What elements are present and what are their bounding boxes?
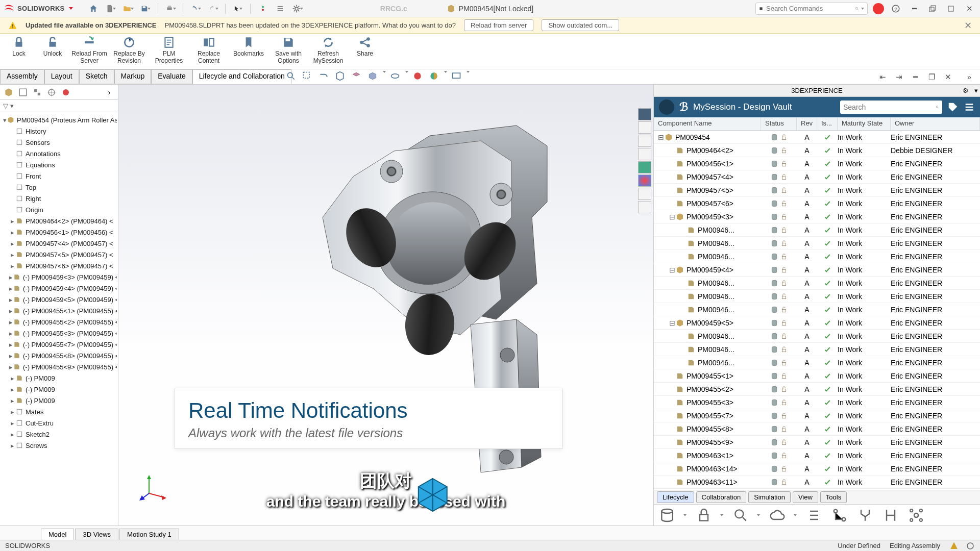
tree-node[interactable]: ▸Mates	[1, 406, 117, 417]
table-row[interactable]: PM009463<1> AIn WorkEric ENGINEER	[654, 449, 980, 462]
table-row[interactable]: PM00946... AIn WorkEric ENGINEER	[654, 223, 980, 237]
tree-node[interactable]: ▸(-) PM009	[1, 384, 117, 395]
table-row[interactable]: PM009463<14> AIn WorkEric ENGINEER	[654, 462, 980, 475]
options-button[interactable]	[290, 2, 305, 16]
tree-node[interactable]: Sensors	[1, 137, 117, 148]
merge-tool-icon[interactable]	[857, 507, 873, 523]
model-tab-3d-views[interactable]: 3D Views	[75, 529, 118, 540]
table-row[interactable]: ⊟PM009454 AIn WorkEric ENGINEER	[654, 131, 980, 144]
tab-evaluate[interactable]: Evaluate	[151, 69, 192, 84]
tab-lifecycle-and-collaboration[interactable]: Lifecycle and Collaboration	[192, 69, 291, 84]
tree-node[interactable]: Right	[1, 193, 117, 204]
tab-markup[interactable]: Markup	[114, 69, 152, 84]
tree-node[interactable]: ▸PM009457<4> (PM009457) <	[1, 238, 117, 249]
vp-tool-3[interactable]	[638, 135, 651, 147]
col-status[interactable]: Status	[761, 117, 797, 130]
maximize-button[interactable]	[944, 4, 958, 14]
tree-node[interactable]: ▸(-) PM009455<2> (PM009455) <<	[1, 316, 117, 328]
table-row[interactable]: PM009455<9> AIn WorkEric ENGINEER	[654, 436, 980, 449]
3dx-settings-button[interactable]: ⚙	[963, 87, 969, 94]
table-row[interactable]: PM009455<2> AIn WorkEric ENGINEER	[654, 383, 980, 396]
feature-tree[interactable]: ▾PM009454 (Proteus Arm Roller AssemblHis…	[0, 112, 118, 525]
vp-restore-button[interactable]: ❐	[925, 72, 938, 82]
vp-tool-4[interactable]	[638, 148, 651, 160]
table-row[interactable]: PM009456<1> AIn WorkEric ENGINEER	[654, 157, 980, 170]
app-logo[interactable]: SOLIDWORKS	[3, 3, 73, 15]
list-tool-icon[interactable]	[806, 507, 822, 523]
orientation-triad[interactable]	[139, 473, 167, 503]
tree-node[interactable]: ▸(-) PM009459<3> (PM009459) <	[1, 271, 117, 283]
print-button[interactable]	[163, 2, 178, 16]
close-button[interactable]: ✕	[963, 4, 976, 14]
col-maturity[interactable]: Maturity State	[838, 117, 891, 130]
unlock-button[interactable]: Unlock	[37, 36, 68, 57]
help-button[interactable]: ?	[889, 4, 902, 14]
col-owner[interactable]: Owner	[891, 117, 980, 130]
tree-node[interactable]: ▾PM009454 (Proteus Arm Roller Assembl	[1, 114, 117, 126]
tab-sketch[interactable]: Sketch	[79, 69, 114, 84]
table-row[interactable]: ⊟PM009459<4> AIn WorkEric ENGINEER	[654, 263, 980, 277]
vp-expand-left-button[interactable]: ⇤	[876, 72, 889, 82]
vp-minimize-button[interactable]: ━	[909, 72, 922, 82]
compass-icon[interactable]	[659, 99, 674, 115]
vp-tool-8[interactable]	[638, 201, 651, 213]
3dx-tab-view[interactable]: View	[793, 491, 818, 503]
tag-icon[interactable]	[947, 102, 959, 113]
plm-properties-button[interactable]: PLM Properties	[150, 36, 188, 64]
tree-node[interactable]: ▸PM009464<2> (PM009464) <	[1, 215, 117, 227]
hide-show-button[interactable]	[390, 71, 402, 83]
tree-tab-config[interactable]	[31, 86, 44, 99]
table-row[interactable]: PM00946... AIn WorkEric ENGINEER	[654, 356, 980, 369]
tree-node[interactable]: History	[1, 126, 117, 137]
display-style-button[interactable]	[368, 71, 380, 83]
options-list-button[interactable]	[273, 2, 287, 16]
3dx-tab-lifecycle[interactable]: Lifecycle	[657, 491, 694, 503]
vp-tool-6[interactable]	[638, 174, 651, 187]
lock-button[interactable]: Lock	[3, 36, 35, 57]
undo-button[interactable]	[188, 2, 203, 16]
vp-expand-right-button[interactable]: ⇥	[892, 72, 905, 82]
database-icon[interactable]	[659, 507, 675, 523]
3dx-search-input[interactable]	[843, 103, 933, 111]
table-row[interactable]: PM009455<1> AIn WorkEric ENGINEER	[654, 369, 980, 383]
table-row[interactable]: PM00946... AIn WorkEric ENGINEER	[654, 250, 980, 263]
tree-node[interactable]: ▸(-) PM009459<5> (PM009459) <	[1, 294, 117, 305]
table-row[interactable]: ⊟PM009459<3> AIn WorkEric ENGINEER	[654, 210, 980, 223]
branch-tool-icon[interactable]	[831, 507, 848, 523]
table-row[interactable]: PM009463<11> AIn WorkEric ENGINEER	[654, 475, 980, 489]
tree-node[interactable]: ▸PM009457<6> (PM009457) <	[1, 260, 117, 271]
table-row[interactable]: PM009455<3> AIn WorkEric ENGINEER	[654, 396, 980, 409]
3dx-tab-simulation[interactable]: Simulation	[748, 491, 791, 503]
appearance-button[interactable]	[412, 71, 425, 83]
prev-view-button[interactable]	[318, 71, 331, 83]
select-button[interactable]	[231, 2, 245, 16]
3dx-column-headers[interactable]: Component Name Status Rev Is... Maturity…	[654, 117, 980, 131]
vp-tool-7[interactable]	[638, 188, 651, 200]
table-row[interactable]: PM009457<5> AIn WorkEric ENGINEER	[654, 184, 980, 197]
3dx-table[interactable]: ⊟PM009454 AIn WorkEric ENGINEERPM009464<…	[654, 131, 980, 490]
tree-node[interactable]: ▸Sketch2	[1, 429, 117, 440]
search-tool-icon[interactable]	[732, 507, 749, 523]
table-row[interactable]: PM00946... AIn WorkEric ENGINEER	[654, 330, 980, 343]
bookmarks-button[interactable]: Bookmarks	[230, 36, 267, 57]
vp-close-button[interactable]: ✕	[941, 72, 954, 82]
notif-close-button[interactable]: ✕	[964, 20, 972, 31]
open-button[interactable]	[121, 2, 135, 16]
alert-badge-icon[interactable]	[949, 541, 959, 550]
3dx-tab-collaboration[interactable]: Collaboration	[696, 491, 747, 503]
tree-node[interactable]: Top	[1, 182, 117, 193]
tab-layout[interactable]: Layout	[44, 69, 79, 84]
tree-node[interactable]: ▸PM009456<1> (PM009456) <	[1, 227, 117, 238]
table-row[interactable]: PM009455<7> AIn WorkEric ENGINEER	[654, 409, 980, 422]
table-row[interactable]: PM009457<6> AIn WorkEric ENGINEER	[654, 197, 980, 210]
tree-node[interactable]: ▸PM009457<5> (PM009457) <	[1, 249, 117, 260]
save-button[interactable]	[138, 2, 153, 16]
share-button[interactable]: Share	[349, 36, 381, 57]
custom-setting-icon[interactable]	[966, 541, 975, 550]
lock-tool-icon[interactable]	[696, 507, 712, 523]
view-orient-button[interactable]	[351, 71, 363, 83]
tree-node[interactable]: ▸(-) PM009455<3> (PM009455) <<	[1, 328, 117, 339]
tree-tab-dim[interactable]	[45, 86, 58, 99]
refresh-mysession-button[interactable]: Refresh MySession	[309, 36, 347, 64]
col-is[interactable]: Is...	[817, 117, 838, 130]
